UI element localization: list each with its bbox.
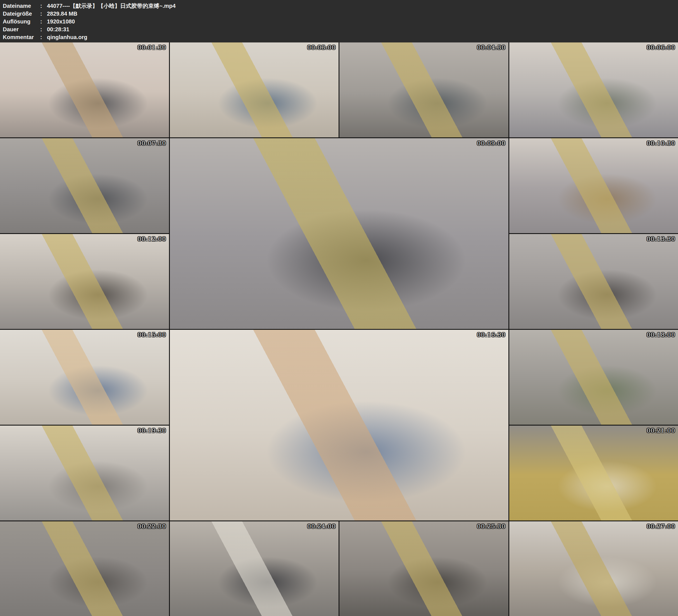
metadata-colon: :	[40, 33, 47, 41]
metadata-label: Auflösung	[3, 17, 40, 26]
timestamp-overlay: 00:04:30	[477, 44, 505, 51]
timestamp-overlay: 00:18:00	[647, 332, 675, 338]
metadata-label: Dateiname	[3, 2, 40, 10]
metadata-colon: :	[40, 10, 47, 17]
metadata-value-comment: qinglanhua.org	[47, 33, 87, 41]
video-thumbnail: 00:27:00	[509, 521, 678, 616]
metadata-header: Dateiname:44077----【默示录】【小晗】日式胶带的束缚~.mp4…	[0, 0, 678, 42]
video-thumbnail: 00:18:00	[509, 330, 678, 425]
video-thumbnail: 00:21:00	[509, 426, 678, 521]
video-thumbnail: 00:12:00	[0, 234, 169, 329]
timestamp-overlay: 00:01:30	[138, 44, 166, 51]
video-thumbnail: 00:16:30	[170, 330, 509, 521]
metadata-row-filesize: Dateigröße:2829.84 MB	[3, 10, 678, 17]
metadata-colon: :	[40, 2, 47, 10]
video-thumbnail: 00:25:30	[339, 521, 509, 616]
metadata-colon: :	[40, 17, 47, 26]
timestamp-overlay: 00:24:00	[307, 523, 336, 530]
timestamp-overlay: 00:22:30	[138, 523, 166, 530]
metadata-label: Dauer	[3, 26, 40, 33]
video-thumbnail: 00:01:30	[0, 42, 169, 138]
video-thumbnail: 00:06:00	[509, 42, 678, 138]
metadata-label: Kommentar	[3, 33, 40, 41]
timestamp-overlay: 00:06:00	[647, 44, 675, 51]
timestamp-overlay: 00:13:30	[647, 236, 675, 242]
timestamp-overlay: 00:15:00	[138, 332, 166, 338]
video-thumbnail: 00:19:30	[0, 426, 169, 521]
metadata-row-resolution: Auflösung:1920x1080	[3, 17, 678, 26]
metadata-value-filesize: 2829.84 MB	[47, 10, 77, 17]
video-thumbnail: 00:15:00	[0, 330, 169, 425]
thumbnail-grid: 00:01:30 00:03:00 00:04:30 00:06:00 00:0…	[0, 42, 678, 616]
metadata-value-duration: 00:28:31	[47, 26, 69, 33]
video-thumbnail: 00:22:30	[0, 521, 169, 616]
video-thumbnail: 00:07:30	[0, 138, 169, 233]
timestamp-overlay: 00:27:00	[647, 523, 675, 530]
timestamp-overlay: 00:12:00	[138, 236, 166, 242]
timestamp-overlay: 00:16:30	[477, 332, 505, 338]
timestamp-overlay: 00:09:00	[477, 140, 505, 147]
video-thumbnail: 00:13:30	[509, 234, 678, 329]
video-thumbnail: 00:10:30	[509, 138, 678, 233]
video-thumbnail: 00:03:00	[170, 42, 339, 138]
metadata-label: Dateigröße	[3, 10, 40, 17]
metadata-row-duration: Dauer:00:28:31	[3, 26, 678, 33]
metadata-value-filename: 44077----【默示录】【小晗】日式胶带的束缚~.mp4	[47, 2, 176, 10]
video-thumbnail: 00:04:30	[339, 42, 509, 138]
timestamp-overlay: 00:07:30	[138, 140, 166, 147]
timestamp-overlay: 00:25:30	[477, 523, 505, 530]
video-thumbnail: 00:24:00	[170, 521, 339, 616]
metadata-row-filename: Dateiname:44077----【默示录】【小晗】日式胶带的束缚~.mp4	[3, 2, 678, 10]
timestamp-overlay: 00:21:00	[647, 427, 675, 434]
contact-sheet: Dateiname:44077----【默示录】【小晗】日式胶带的束缚~.mp4…	[0, 0, 678, 616]
timestamp-overlay: 00:03:00	[307, 44, 336, 51]
metadata-colon: :	[40, 26, 47, 33]
timestamp-overlay: 00:10:30	[647, 140, 675, 147]
video-thumbnail: 00:09:00	[170, 138, 509, 329]
metadata-row-comment: Kommentar:qinglanhua.org	[3, 33, 678, 41]
metadata-value-resolution: 1920x1080	[47, 17, 75, 26]
timestamp-overlay: 00:19:30	[138, 427, 166, 434]
